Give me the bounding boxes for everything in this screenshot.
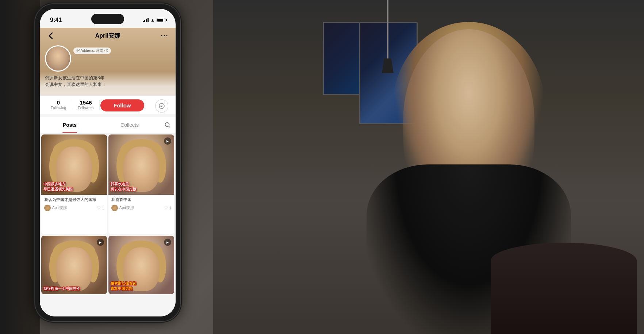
post-card-1[interactable]: 中国很多地方 早已遥遥领先美国 我认为中国才是最强大的国家 April安娜 ♡ …	[41, 134, 107, 234]
likes-count-1: 1	[102, 206, 104, 210]
post-overlay-2: 我喜欢这里 所以在中国扎根	[111, 182, 172, 192]
tab-collects[interactable]: Collects	[100, 117, 160, 133]
post-card-2[interactable]: ▶ 我喜欢这里 所以在中国扎根 我喜欢中国 April安娜 ♡	[108, 134, 174, 234]
search-icon	[165, 122, 170, 128]
more-button[interactable]: ···	[160, 31, 170, 41]
avatar-face	[46, 46, 70, 71]
signal-bar-3	[146, 19, 147, 22]
left-wall	[0, 0, 40, 334]
following-stat[interactable]: 0 Following	[46, 99, 71, 110]
phone-device: 9:41 ▲ Apri	[35, 4, 181, 322]
post-title-1: 我认为中国才是最强大的国家	[44, 197, 104, 202]
heart-icon-2: ♡	[164, 206, 168, 210]
tab-posts[interactable]: Posts	[40, 117, 100, 133]
post-image-4: ▶ 俄罗斯女孩首选 喜欢中国男性	[108, 236, 174, 294]
signal-bar-1	[143, 21, 144, 22]
post-author-row-1: April安娜 ♡ 1	[44, 205, 104, 211]
search-button[interactable]	[160, 117, 176, 133]
post-face-container-3	[41, 236, 107, 294]
ip-address-tag: IP Address: 河南 ⓘ	[73, 48, 111, 54]
right-background	[213, 0, 644, 334]
overlay-text-2-2: 所以在中国扎根	[111, 187, 172, 192]
post-author-row-2: April安娜 ♡ 1	[111, 205, 171, 211]
post-title-2: 我喜欢中国	[111, 197, 171, 202]
post-info-1: 我认为中国才是最强大的国家 April安娜 ♡ 1	[41, 195, 107, 213]
followers-stat[interactable]: 1546 Followers	[73, 99, 99, 110]
battery-fill	[157, 19, 163, 22]
profile-bio: 俄罗斯女孩生活在中国的第8年 会说中文，喜欢这里的人和事！	[45, 75, 170, 88]
overlay-text-4-1: 俄罗斯女孩首选	[111, 281, 172, 286]
overlay-text-2-1: 我喜欢这里	[111, 182, 172, 187]
video-play-icon-2: ▶	[164, 137, 171, 145]
following-count: 0	[57, 99, 60, 106]
profile-avatar-row	[45, 45, 71, 72]
post-author-name-1: April安娜	[52, 205, 67, 210]
phone-screen: 9:41 ▲ Apri	[40, 9, 176, 316]
tab-collects-label: Collects	[120, 122, 139, 128]
wifi-icon: ▲	[150, 18, 155, 23]
followers-count: 1546	[80, 99, 92, 106]
post-image-3: ▶ 我很想谈一个中国男性	[41, 236, 107, 294]
table	[491, 243, 637, 334]
post-avatar-1	[44, 205, 51, 211]
lamp-cord	[387, 0, 388, 66]
profile-username: April安娜	[95, 32, 120, 40]
signal-bar-4	[147, 18, 149, 22]
bio-line-2: 会说中文，喜欢这里的人和事！	[45, 81, 170, 88]
dynamic-island	[91, 14, 124, 24]
bio-line-1: 俄罗斯女孩生活在中国的第8年	[45, 75, 170, 81]
post-overlay-4: 俄罗斯女孩首选 喜欢中国男性	[111, 281, 172, 291]
post-info-2: 我喜欢中国 April安娜 ♡ 1	[108, 195, 174, 213]
post-author-name-2: April安娜	[119, 205, 134, 210]
more-icon: ···	[161, 32, 168, 40]
stat-divider	[72, 100, 72, 110]
likes-count-2: 1	[169, 206, 171, 210]
follow-button[interactable]: Follow	[100, 99, 144, 111]
status-time: 9:41	[50, 17, 62, 23]
signal-bar-2	[144, 20, 145, 22]
overlay-text-3-1: 我很想谈一个中国男性	[43, 286, 105, 291]
overlay-text-1-2: 早已遥遥领先美国	[43, 187, 105, 192]
back-button[interactable]	[46, 31, 56, 41]
post-overlay-3: 我很想谈一个中国男性	[43, 286, 105, 291]
battery-icon	[157, 18, 165, 22]
post-image-1: 中国很多地方 早已遥遥领先美国	[41, 134, 107, 195]
post-image-2: ▶ 我喜欢这里 所以在中国扎根	[108, 134, 174, 195]
post-author-1: April安娜	[44, 205, 67, 211]
message-icon	[159, 103, 165, 109]
post-author-2: April安娜	[111, 205, 134, 211]
post-card-4[interactable]: ▶ 俄罗斯女孩首选 喜欢中国男性	[108, 236, 174, 294]
bio-text: 俄罗斯女孩生活在中国的第8年 会说中文，喜欢这里的人和事！	[45, 75, 170, 88]
stat-divider-2	[99, 100, 100, 110]
post-card-3[interactable]: ▶ 我很想谈一个中国男性	[41, 236, 107, 294]
following-label: Following	[51, 106, 66, 110]
overlay-text-1-1: 中国很多地方	[43, 182, 105, 187]
tabs-row: Posts Collects	[40, 117, 176, 133]
avatar	[45, 45, 71, 72]
top-nav: April安娜 ···	[40, 28, 176, 44]
post-likes-1: ♡ 1	[97, 206, 104, 210]
post-avatar-2	[111, 205, 118, 211]
signal-icon	[143, 18, 149, 22]
face-skin-3	[56, 247, 92, 291]
post-likes-2: ♡ 1	[164, 206, 171, 210]
followers-label: Followers	[78, 106, 94, 110]
overlay-text-4-2: 喜欢中国男性	[111, 286, 172, 291]
heart-icon-1: ♡	[97, 206, 101, 210]
tab-posts-label: Posts	[63, 122, 77, 128]
ip-address-text: IP Address: 河南 ⓘ	[76, 49, 108, 53]
post-overlay-1: 中国很多地方 早已遥遥领先美国	[43, 182, 105, 192]
message-button[interactable]	[155, 99, 168, 113]
status-icons: ▲	[143, 18, 165, 23]
content-grid: 中国很多地方 早已遥遥领先美国 我认为中国才是最强大的国家 April安娜 ♡ …	[40, 133, 176, 316]
